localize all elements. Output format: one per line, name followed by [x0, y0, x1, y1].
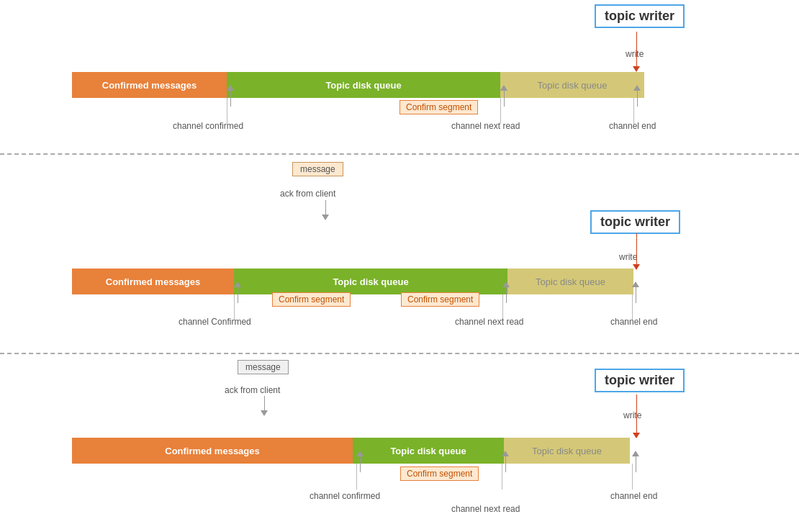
vline-confirmed-1 — [227, 98, 227, 124]
label-channel-end-1: channel end — [609, 121, 656, 131]
ch-next-read-arrow-1 — [500, 85, 507, 107]
bar-confirmed-2: Confirmed messages — [72, 269, 234, 294]
ch-next-read-arrow-3 — [502, 451, 509, 472]
write-arrow-line-2 — [636, 233, 637, 266]
msg-box-1: message — [292, 162, 343, 176]
label-channel-next-read-1: channel next read — [451, 121, 520, 131]
ch-confirmed-arrow-2 — [234, 281, 241, 303]
bar-yellow-3: Topic disk queue — [504, 438, 630, 464]
msg-box-2: message — [238, 360, 289, 374]
write-arrow-head-2 — [633, 264, 640, 270]
bar-yellow-1: Topic disk queue — [500, 72, 644, 98]
vline-next-read-1 — [500, 98, 501, 124]
topic-writer-2: topic writer — [590, 210, 680, 234]
bar-confirmed-3: Confirmed messages — [72, 438, 353, 464]
ch-confirmed-arrow-3 — [356, 451, 364, 472]
ch-end-arrow-3 — [632, 451, 639, 472]
ch-next-read-arrow-2 — [502, 281, 510, 303]
vline-end-3 — [632, 464, 633, 490]
bar-confirmed-1: Confirmed messages — [72, 72, 227, 98]
ack-label-1: ack from client — [280, 189, 335, 199]
divider-2 — [0, 353, 799, 354]
bar-green-3: Topic disk queue — [353, 438, 504, 464]
confirm-seg-2b: Confirm segment — [401, 292, 479, 307]
topic-writer-3: topic writer — [595, 369, 685, 392]
confirm-seg-2a: Confirm segment — [272, 292, 351, 307]
vline-end-1 — [633, 98, 634, 124]
bar-green-2: Topic disk queue — [234, 269, 507, 294]
ack-arrow-1 — [322, 200, 329, 220]
bar-yellow-2: Topic disk queue — [507, 269, 633, 294]
ch-end-arrow-2 — [632, 281, 639, 303]
divider-1 — [0, 153, 799, 155]
label-channel-next-read-3: channel next read — [451, 504, 520, 514]
diagram-container: topic writer write Confirmed messages To… — [0, 0, 799, 532]
vline-confirmed-3 — [356, 464, 357, 490]
ack-arrow-2 — [261, 396, 268, 416]
write-arrow-line-1 — [636, 32, 637, 69]
ch-end-arrow-1 — [633, 85, 641, 107]
write-arrow-head-3 — [633, 433, 640, 438]
ack-label-2: ack from client — [225, 385, 280, 395]
bar-row-3: Confirmed messages Topic disk queue Topi… — [72, 438, 630, 464]
bar-green-1: Topic disk queue — [227, 72, 500, 98]
write-label-1: write — [626, 49, 644, 59]
bar-row-1: Confirmed messages Topic disk queue Topi… — [72, 72, 644, 98]
write-arrow-line-3 — [636, 395, 637, 435]
label-channel-end-3: channel end — [610, 491, 657, 501]
write-label-3: write — [623, 410, 641, 420]
label-channel-end-2: channel end — [610, 317, 657, 327]
write-label-2: write — [619, 252, 637, 262]
ch-confirmed-arrow-1 — [227, 85, 234, 107]
confirm-seg-1: Confirm segment — [400, 100, 478, 114]
confirm-seg-3: Confirm segment — [400, 466, 479, 481]
topic-writer-1: topic writer — [595, 4, 685, 28]
bar-row-2: Confirmed messages Topic disk queue Topi… — [72, 269, 633, 294]
vline-next-read-3 — [502, 464, 502, 490]
write-arrow-head-1 — [633, 66, 640, 72]
label-channel-Confirmed-2: channel Confirmed — [179, 317, 251, 327]
label-channel-next-read-2: channel next read — [455, 317, 523, 327]
label-channel-confirmed-1: channel confirmed — [173, 121, 243, 131]
label-channel-confirmed-3: channel confirmed — [310, 491, 380, 501]
